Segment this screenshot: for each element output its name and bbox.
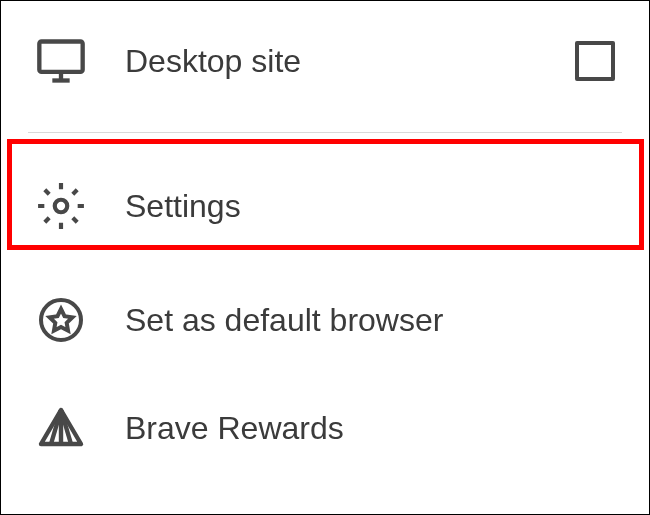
- star-circle-icon: [35, 294, 87, 346]
- svg-rect-0: [39, 42, 82, 72]
- menu-item-label: Set as default browser: [125, 302, 615, 339]
- gear-icon: [35, 180, 87, 232]
- menu-item-settings[interactable]: Settings: [1, 146, 649, 266]
- brave-rewards-icon: [35, 402, 87, 454]
- svg-point-3: [55, 200, 68, 213]
- menu-item-default-browser[interactable]: Set as default browser: [1, 266, 649, 374]
- menu-divider: [28, 132, 622, 133]
- menu-item-label: Settings: [125, 188, 615, 225]
- menu-item-desktop-site[interactable]: Desktop site: [1, 1, 649, 111]
- desktop-site-checkbox[interactable]: [575, 41, 615, 81]
- desktop-icon: [35, 35, 87, 87]
- menu-item-label: Brave Rewards: [125, 410, 615, 447]
- menu-item-label: Desktop site: [125, 43, 537, 80]
- menu-item-brave-rewards[interactable]: Brave Rewards: [1, 374, 649, 482]
